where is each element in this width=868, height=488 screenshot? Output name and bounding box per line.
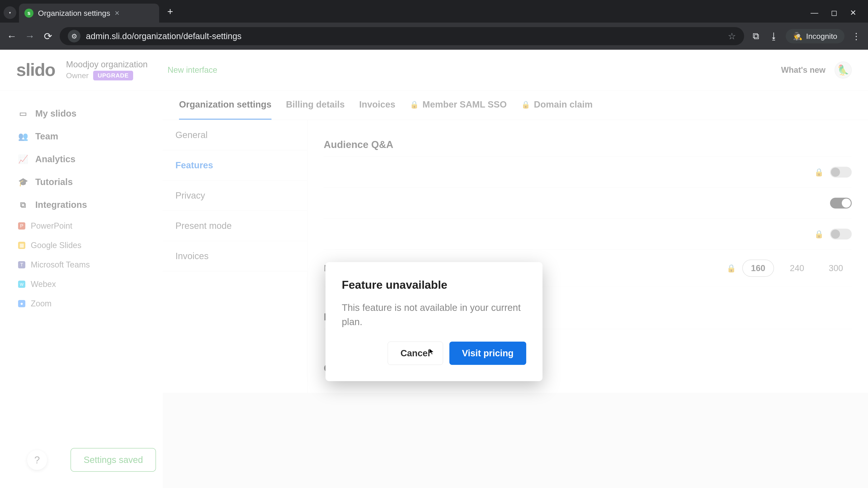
bookmark-icon[interactable]: ☆ — [728, 31, 736, 41]
incognito-indicator[interactable]: 🕵 Incognito — [786, 29, 844, 43]
browser-menu-icon[interactable]: ⋮ — [850, 30, 863, 42]
forward-icon[interactable]: → — [24, 30, 36, 42]
feature-unavailable-modal: Feature unavailable This feature is not … — [326, 262, 542, 381]
window-controls: — ◻ ✕ — [811, 8, 864, 23]
url-text: admin.sli.do/organization/default-settin… — [86, 31, 242, 41]
address-bar[interactable]: ⚙ admin.sli.do/organization/default-sett… — [60, 27, 744, 45]
site-info-icon[interactable]: ⚙ — [68, 30, 81, 42]
extensions-icon[interactable]: ⧉ — [749, 30, 762, 42]
incognito-label: Incognito — [806, 32, 837, 41]
minimize-icon[interactable]: — — [811, 8, 818, 17]
modal-body: This feature is not available in your cu… — [342, 300, 526, 329]
modal-title: Feature unavailable — [342, 278, 526, 291]
tab-close-icon[interactable]: × — [115, 8, 119, 18]
cancel-button[interactable]: Cancel — [388, 341, 443, 365]
tab-title: Organization settings — [38, 9, 110, 18]
browser-tab[interactable]: s Organization settings × — [19, 4, 159, 23]
app-viewport: slido Moodjoy organization Owner UPGRADE… — [0, 50, 868, 488]
favicon-icon: s — [24, 8, 33, 18]
browser-toolbar: ← → ⟳ ⚙ admin.sli.do/organization/defaul… — [0, 23, 868, 50]
visit-pricing-button[interactable]: Visit pricing — [450, 341, 526, 365]
back-icon[interactable]: ← — [5, 30, 18, 42]
browser-tab-strip: ▾ s Organization settings × + — ◻ ✕ — [0, 0, 868, 23]
close-window-icon[interactable]: ✕ — [850, 8, 856, 17]
incognito-icon: 🕵 — [793, 32, 802, 41]
modal-overlay[interactable]: Feature unavailable This feature is not … — [0, 50, 868, 488]
tab-search-icon[interactable]: ▾ — [4, 6, 16, 19]
reload-icon[interactable]: ⟳ — [41, 30, 54, 42]
maximize-icon[interactable]: ◻ — [831, 8, 837, 17]
downloads-icon[interactable]: ⭳ — [768, 30, 780, 42]
new-tab-button[interactable]: + — [167, 6, 173, 17]
